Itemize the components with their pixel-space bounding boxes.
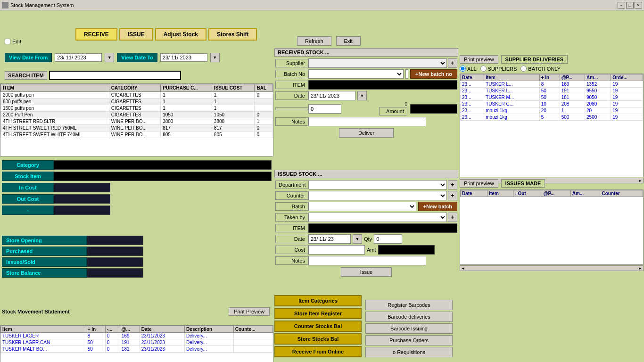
table-row[interactable]: 23...TUSKER L...8169135219 [461, 81, 643, 88]
table-row[interactable]: 2000 puffs penCIGARETTES110 [1, 92, 273, 99]
table-row[interactable]: 800 puffs penCIGARETTES11 [1, 99, 273, 105]
table-row[interactable]: TUSKER MALT BO...50018123/11/2023Deliver… [1, 346, 273, 353]
tab-issue[interactable]: ISSUE [119, 28, 153, 41]
issued-sold-button[interactable]: Issued/Sold [2, 257, 87, 267]
issues-scroll-right-icon[interactable]: ► [638, 266, 642, 271]
search-input[interactable] [49, 71, 181, 80]
requisitions-button[interactable]: o Requisitions [365, 347, 453, 357]
qty-input[interactable] [374, 234, 402, 244]
print-preview-button[interactable]: Print Preview [229, 307, 270, 316]
receive-qty1-input[interactable] [308, 104, 341, 114]
radio-all[interactable] [460, 66, 466, 72]
issues-print-preview-button[interactable]: Print preview [460, 179, 498, 188]
issue-cost-input[interactable] [308, 245, 365, 255]
counter-plus-button[interactable]: + [448, 191, 457, 200]
amt-label: Amt [367, 247, 376, 253]
view-date-from-button[interactable]: View Date From [5, 53, 52, 62]
col-purchase-cost: PURCHASE C... [161, 84, 212, 92]
tab-receive[interactable]: RECEIVE [75, 28, 117, 41]
table-row[interactable]: 4TH STREET SWEET RED 750MLWINE PER BO...… [1, 125, 273, 132]
issue-notes-input[interactable] [308, 256, 426, 265]
radio-batch-only[interactable] [520, 66, 527, 72]
counter-select[interactable] [308, 191, 447, 200]
table-row[interactable]: 23...TUSKER L...50191955019 [461, 88, 643, 94]
deliver-button[interactable]: Deliver [339, 128, 394, 138]
issue-date-input[interactable] [308, 234, 351, 244]
date-to-input[interactable] [160, 53, 207, 62]
table-row[interactable]: 2200 Puff PenCIGARETTES105010500 [1, 112, 273, 118]
receive-from-online-button[interactable]: Receive From Online [274, 346, 362, 357]
edit-area: Edit [5, 39, 21, 44]
batch-no-select[interactable] [308, 69, 404, 79]
issue-item-input[interactable] [308, 223, 457, 233]
receive-notes-row: Notes [274, 117, 458, 126]
receive-item-input[interactable] [308, 80, 457, 90]
new-batch-issue-button[interactable]: +New batch [418, 202, 457, 211]
table-row[interactable]: 23...TUSKER M...50181905019 [461, 94, 643, 101]
out-cost-button[interactable]: Out Cost [2, 194, 54, 204]
table-row[interactable]: 23...mbuzi 1kg5500250019 [461, 114, 643, 121]
issue-button[interactable]: Issue [341, 267, 392, 277]
received-stock-title: RECEIVED STOCK ... [274, 48, 458, 57]
view-date-to-button[interactable]: View Date To [117, 53, 157, 62]
issued-stock-title: ISSUED STOCK ... [274, 170, 458, 178]
receive-date-picker[interactable]: ▼ [357, 91, 367, 100]
refresh-button[interactable]: Refresh [297, 36, 331, 46]
date-from-input[interactable] [55, 53, 102, 62]
edit-checkbox[interactable] [5, 39, 10, 44]
dept-plus-button[interactable]: + [448, 180, 457, 189]
issued-sold-value [87, 257, 143, 267]
table-row[interactable]: 1500 puffs penCIGARETTES11 [1, 105, 273, 112]
supplier-print-preview-button[interactable]: Print preview [460, 55, 498, 64]
taken-by-plus-button[interactable]: + [448, 213, 457, 222]
radio-suppliers-label[interactable]: SUPPLIERS [480, 66, 517, 72]
barcode-deliveries-button[interactable]: Barcode deliveries [365, 312, 453, 322]
store-balance-button[interactable]: Store Balance [2, 268, 87, 278]
radio-batch-only-label[interactable]: BATCH ONLY [520, 66, 561, 72]
supplier-plus-button[interactable]: + [448, 58, 457, 68]
purchase-orders-button[interactable]: Purchase Orders [365, 335, 453, 346]
item-categories-button[interactable]: Item Categories [274, 295, 362, 306]
im-col-item: Item [487, 190, 513, 197]
receive-date-input[interactable] [308, 91, 355, 100]
dash-row: - [0, 206, 273, 215]
issues-scroll-left-icon[interactable]: ◄ [461, 266, 465, 271]
counter-stocks-bal-button[interactable]: Counter Stocks Bal [274, 321, 362, 332]
register-barcodes-button[interactable]: Register Barcodes [365, 300, 453, 310]
dept-select[interactable] [309, 180, 447, 189]
date-from-picker[interactable]: ▼ [105, 53, 114, 62]
table-row[interactable]: TUSKER LAGER8016923/11/2023Delivery... [1, 333, 273, 339]
table-row[interactable]: 4TH STREET SWEET WHITE 740MLWINE PER BO.… [1, 132, 273, 138]
radio-all-label[interactable]: ALL [460, 66, 477, 72]
date-to-picker[interactable]: ▼ [210, 53, 220, 62]
minimize-button[interactable]: − [618, 2, 625, 8]
stores-section: Store Opening Purchased Issued/Sold Stor… [0, 236, 273, 279]
barcode-issuing-button[interactable]: Barcode Issuing [365, 323, 453, 334]
supplier-select[interactable] [308, 58, 447, 68]
tab-stores-shift[interactable]: Stores Shift [208, 28, 257, 41]
store-stocks-bal-button[interactable]: Store Stocks Bal [274, 333, 362, 345]
store-item-register-button[interactable]: Store Item Register [274, 308, 362, 319]
store-opening-button[interactable]: Store Opening [2, 236, 87, 245]
category-button[interactable]: Category [2, 160, 54, 170]
dash-button[interactable]: - [2, 206, 54, 215]
batch-label: Batch [275, 202, 308, 211]
stock-item-button[interactable]: Stock Item [2, 172, 54, 181]
radio-suppliers[interactable] [480, 66, 487, 72]
taken-by-select[interactable] [308, 213, 447, 222]
in-cost-button[interactable]: In Cost [2, 183, 54, 192]
table-row[interactable]: TUSKER LAGER CAN50019123/11/2023Delivery… [1, 339, 273, 346]
purchased-button[interactable]: Purchased [2, 247, 87, 256]
tab-adjust-stock[interactable]: Adjust Stock [155, 28, 206, 41]
receive-notes-input[interactable] [308, 117, 426, 126]
new-batch-button[interactable]: +New batch no [410, 69, 457, 79]
table-row[interactable]: 4TH STREET RED 5LTRWINE PER BO...3800380… [1, 118, 273, 125]
close-button[interactable]: × [635, 2, 642, 8]
exit-button[interactable]: Exit [336, 36, 361, 46]
issue-date-picker[interactable]: ▼ [353, 234, 362, 244]
table-row[interactable]: 23...mbuzi 1kg2012019 [461, 107, 643, 114]
table-row[interactable]: 23...TUSKER C...10208208019 [461, 101, 643, 107]
bottom-left-buttons: Item Categories Store Item Register Coun… [274, 295, 362, 357]
maximize-button[interactable]: □ [626, 2, 634, 8]
batch-select[interactable] [308, 202, 416, 211]
